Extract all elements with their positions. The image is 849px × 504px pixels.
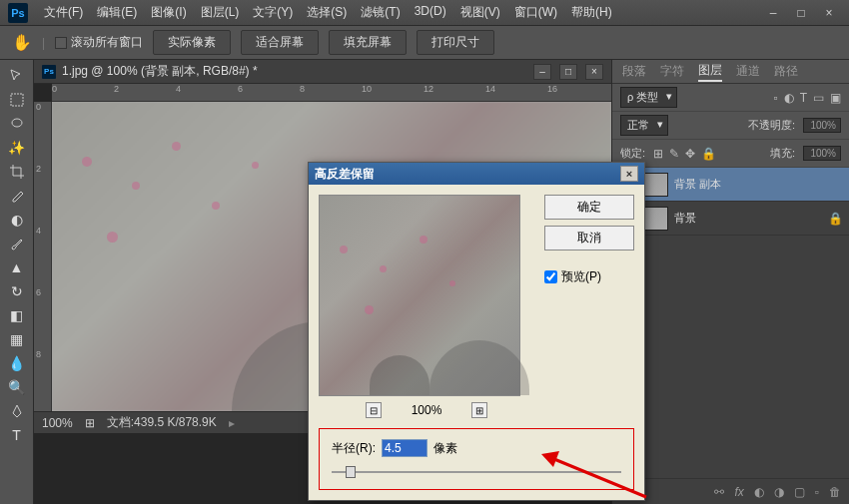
pen-tool[interactable] (3, 400, 31, 422)
blur-tool[interactable]: 💧 (3, 352, 31, 374)
preview-label: 预览(P) (561, 268, 601, 285)
menu-item[interactable]: 滤镜(T) (355, 2, 406, 23)
close-button[interactable]: × (821, 6, 837, 20)
fill-value[interactable]: 100% (803, 146, 841, 161)
lasso-tool[interactable] (3, 113, 31, 135)
type-tool[interactable]: T (3, 424, 31, 446)
dodge-tool[interactable]: 🔍 (3, 376, 31, 398)
hand-tool-icon: ✋ (12, 33, 32, 52)
layer-name: 背景 副本 (674, 177, 721, 192)
filter-shape-icon[interactable]: ▭ (813, 91, 824, 105)
folder-icon[interactable]: ▢ (794, 485, 805, 499)
zoom-out-button[interactable]: ⊟ (366, 402, 382, 418)
lock-label: 锁定: (620, 146, 645, 161)
menu-item[interactable]: 窗口(W) (508, 2, 563, 23)
gradient-tool[interactable]: ▦ (3, 328, 31, 350)
scroll-all-label: 滚动所有窗口 (71, 34, 143, 51)
panel-tab[interactable]: 通道 (736, 63, 760, 80)
radius-slider[interactable] (332, 465, 621, 479)
lock-transparent-icon[interactable]: ⊞ (653, 147, 663, 161)
blend-mode-dropdown[interactable]: 正常 (620, 115, 668, 136)
adjustment-icon[interactable]: ◑ (774, 485, 784, 499)
mask-icon[interactable]: ◐ (754, 485, 764, 499)
crop-tool[interactable] (3, 161, 31, 183)
move-tool[interactable] (3, 65, 31, 87)
zoom-in-button[interactable]: ⊞ (471, 402, 487, 418)
fill-label: 填充: (770, 146, 795, 161)
lock-position-icon[interactable]: ✥ (685, 147, 695, 161)
opacity-label: 不透明度: (748, 118, 795, 133)
lock-icon: 🔒 (828, 212, 843, 226)
wand-tool[interactable]: ✨ (3, 137, 31, 159)
high-pass-dialog: 高反差保留 × ⊟ 100% ⊞ 确定 取消 预 (308, 162, 645, 501)
doc-size: 文档:439.5 K/878.9K (107, 414, 217, 431)
brush-tool[interactable] (3, 233, 31, 254)
dialog-title: 高反差保留 (315, 166, 375, 183)
panel-tabs: 段落字符图层通道路径 (612, 60, 849, 84)
link-layers-icon[interactable]: ⚯ (714, 485, 724, 499)
heal-tool[interactable]: ◐ (3, 209, 31, 231)
panel-tab[interactable]: 图层 (698, 62, 722, 82)
zoom-level[interactable]: 100% (42, 416, 73, 430)
dialog-close-button[interactable]: × (620, 166, 638, 182)
panel-tab[interactable]: 字符 (660, 63, 684, 80)
ok-button[interactable]: 确定 (544, 195, 634, 220)
menu-item[interactable]: 文件(F) (38, 2, 89, 23)
history-brush-tool[interactable]: ↻ (3, 280, 31, 302)
radius-input[interactable] (382, 439, 427, 457)
preview-zoom: 100% (412, 403, 442, 417)
doc-minimize[interactable]: – (533, 64, 551, 80)
radius-unit: 像素 (433, 440, 457, 457)
menu-item[interactable]: 帮助(H) (565, 2, 618, 23)
filter-image-icon[interactable]: ▫ (773, 91, 777, 105)
eyedropper-tool[interactable] (3, 185, 31, 207)
maximize-button[interactable]: □ (793, 6, 809, 20)
print-size-button[interactable]: 打印尺寸 (417, 30, 494, 55)
menu-item[interactable]: 图像(I) (145, 2, 192, 23)
layer-item[interactable]: 👁背景🔒 (612, 202, 849, 236)
panel-tab[interactable]: 段落 (622, 63, 646, 80)
layer-kind-dropdown[interactable]: ρ 类型 (620, 87, 677, 108)
lock-all-icon[interactable]: 🔒 (701, 147, 716, 161)
minimize-button[interactable]: – (765, 6, 781, 20)
fx-icon[interactable]: fx (734, 485, 743, 499)
menu-item[interactable]: 图层(L) (195, 2, 246, 23)
svg-rect-0 (11, 94, 23, 106)
doc-maximize[interactable]: □ (559, 64, 577, 80)
trash-icon[interactable]: 🗑 (829, 485, 841, 499)
filter-preview[interactable] (319, 195, 520, 396)
menubar: 文件(F)编辑(E)图像(I)图层(L)文字(Y)选择(S)滤镜(T)3D(D)… (38, 2, 765, 23)
cancel-button[interactable]: 取消 (544, 226, 634, 251)
layer-name: 背景 (674, 211, 696, 226)
lock-paint-icon[interactable]: ✎ (669, 147, 679, 161)
menu-item[interactable]: 编辑(E) (91, 2, 143, 23)
menu-item[interactable]: 选择(S) (301, 2, 353, 23)
menu-item[interactable]: 文字(Y) (247, 2, 299, 23)
layer-item[interactable]: 👁背景 副本 (612, 168, 849, 202)
ruler-horizontal: 0246810121416 (52, 84, 611, 102)
document-title: 1.jpg @ 100% (背景 副本, RGB/8#) * (62, 63, 258, 80)
scroll-all-checkbox[interactable]: 滚动所有窗口 (55, 34, 143, 51)
fill-screen-button[interactable]: 填充屏幕 (329, 30, 407, 55)
filter-smart-icon[interactable]: ▣ (830, 91, 841, 105)
svg-point-1 (12, 119, 22, 127)
menu-item[interactable]: 视图(V) (454, 2, 506, 23)
panel-tab[interactable]: 路径 (774, 63, 798, 80)
radius-label: 半径(R): (332, 440, 376, 457)
marquee-tool[interactable] (3, 89, 31, 111)
filter-adjust-icon[interactable]: ◐ (784, 91, 794, 105)
doc-icon: Ps (42, 65, 56, 79)
doc-close[interactable]: × (585, 64, 603, 80)
app-logo: Ps (8, 3, 28, 23)
eraser-tool[interactable]: ◧ (3, 304, 31, 326)
fit-screen-button[interactable]: 适合屏幕 (241, 30, 319, 55)
filter-type-icon[interactable]: T (800, 91, 807, 105)
menu-item[interactable]: 3D(D) (409, 2, 452, 23)
stamp-tool[interactable]: ▲ (3, 256, 31, 278)
actual-pixels-button[interactable]: 实际像素 (153, 30, 231, 55)
layer-list: 👁背景 副本👁背景🔒 (612, 168, 849, 478)
toolbox: ✨ ◐ ▲ ↻ ◧ ▦ 💧 🔍 T (0, 60, 34, 504)
preview-checkbox[interactable]: 预览(P) (544, 268, 634, 285)
new-layer-icon[interactable]: ▫ (815, 485, 819, 499)
opacity-value[interactable]: 100% (803, 118, 841, 133)
